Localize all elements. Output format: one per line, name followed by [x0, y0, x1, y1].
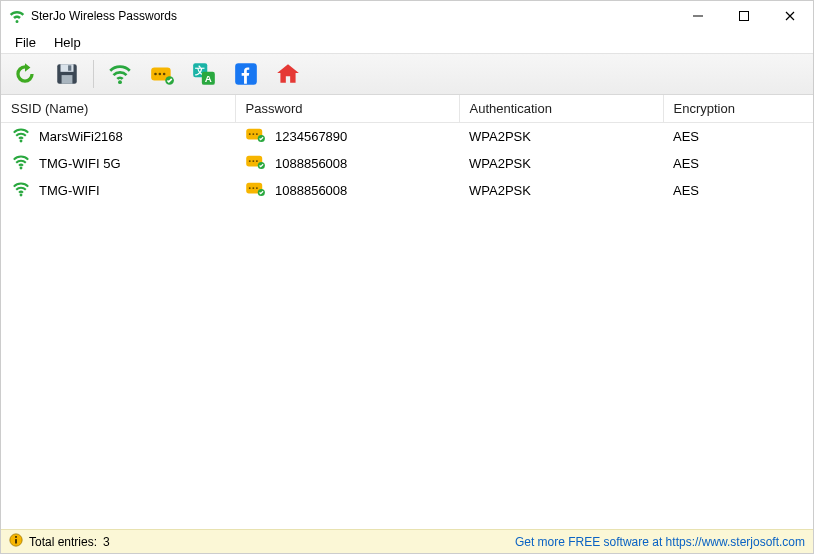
- info-icon: [9, 533, 23, 550]
- toolbar: 文A: [1, 53, 813, 95]
- svg-point-26: [252, 160, 254, 162]
- refresh-button[interactable]: [7, 57, 43, 91]
- svg-point-6: [118, 80, 122, 84]
- enc-cell: AES: [663, 123, 813, 151]
- ssid-cell: TMG-WIFI: [39, 183, 100, 198]
- wifi-button[interactable]: [102, 57, 138, 91]
- facebook-button[interactable]: [228, 57, 264, 91]
- maximize-button[interactable]: [721, 1, 767, 31]
- password-cell: 1088856008: [275, 183, 347, 198]
- menu-help[interactable]: Help: [46, 33, 89, 52]
- svg-rect-1: [740, 12, 749, 21]
- password-icon: [245, 127, 267, 146]
- svg-point-31: [249, 187, 251, 189]
- ssid-cell: TMG-WIFI 5G: [39, 156, 121, 171]
- table-row[interactable]: TMG-WIFI 1088856008 WPA2PSK AES: [1, 177, 813, 204]
- password-icon: [245, 181, 267, 200]
- translate-button[interactable]: 文A: [186, 57, 222, 91]
- column-auth[interactable]: Authentication: [459, 95, 663, 123]
- home-button[interactable]: [270, 57, 306, 91]
- wifi-icon: [11, 127, 31, 146]
- window-title: SterJo Wireless Passwords: [31, 9, 177, 23]
- password-button[interactable]: [144, 57, 180, 91]
- svg-point-29: [20, 194, 23, 197]
- svg-point-10: [163, 73, 166, 76]
- svg-text:A: A: [205, 73, 212, 84]
- auth-cell: WPA2PSK: [459, 177, 663, 204]
- column-password[interactable]: Password: [235, 95, 459, 123]
- status-link[interactable]: Get more FREE software at https://www.st…: [515, 535, 805, 549]
- menu-file[interactable]: File: [7, 33, 44, 52]
- svg-rect-3: [61, 64, 74, 72]
- data-table-wrap: SSID (Name) Password Authentication Encr…: [1, 95, 813, 529]
- svg-point-19: [249, 133, 251, 135]
- toolbar-separator: [93, 60, 94, 88]
- svg-point-27: [256, 160, 258, 162]
- enc-cell: AES: [663, 150, 813, 177]
- password-icon: [245, 154, 267, 173]
- ssid-cell: MarsWiFi2168: [39, 129, 123, 144]
- svg-rect-36: [15, 539, 16, 543]
- status-bar: Total entries:3 Get more FREE software a…: [1, 529, 813, 553]
- svg-point-32: [252, 187, 254, 189]
- svg-rect-4: [62, 75, 73, 84]
- password-cell: 1234567890: [275, 129, 347, 144]
- title-bar: SterJo Wireless Passwords: [1, 1, 813, 31]
- svg-point-21: [256, 133, 258, 135]
- svg-point-37: [15, 536, 17, 538]
- column-ssid[interactable]: SSID (Name): [1, 95, 235, 123]
- close-button[interactable]: [767, 1, 813, 31]
- table-row[interactable]: MarsWiFi2168 1234567890 WPA2PSK AES: [1, 123, 813, 151]
- svg-point-8: [154, 73, 157, 76]
- svg-rect-0: [693, 16, 703, 17]
- table-header-row: SSID (Name) Password Authentication Encr…: [1, 95, 813, 123]
- svg-point-17: [20, 140, 23, 143]
- status-total-count: 3: [103, 535, 110, 549]
- svg-point-25: [249, 160, 251, 162]
- enc-cell: AES: [663, 177, 813, 204]
- minimize-button[interactable]: [675, 1, 721, 31]
- auth-cell: WPA2PSK: [459, 150, 663, 177]
- table-row[interactable]: TMG-WIFI 5G 1088856008 WPA2PSK AES: [1, 150, 813, 177]
- svg-point-23: [20, 167, 23, 170]
- svg-point-20: [252, 133, 254, 135]
- wifi-icon: [11, 181, 31, 200]
- save-button[interactable]: [49, 57, 85, 91]
- data-table: SSID (Name) Password Authentication Encr…: [1, 95, 813, 204]
- svg-rect-5: [68, 65, 71, 70]
- menu-bar: File Help: [1, 31, 813, 53]
- app-icon: [9, 8, 25, 24]
- svg-point-33: [256, 187, 258, 189]
- column-enc[interactable]: Encryption: [663, 95, 813, 123]
- status-total-label: Total entries:: [29, 535, 97, 549]
- auth-cell: WPA2PSK: [459, 123, 663, 151]
- svg-point-9: [159, 73, 162, 76]
- password-cell: 1088856008: [275, 156, 347, 171]
- wifi-icon: [11, 154, 31, 173]
